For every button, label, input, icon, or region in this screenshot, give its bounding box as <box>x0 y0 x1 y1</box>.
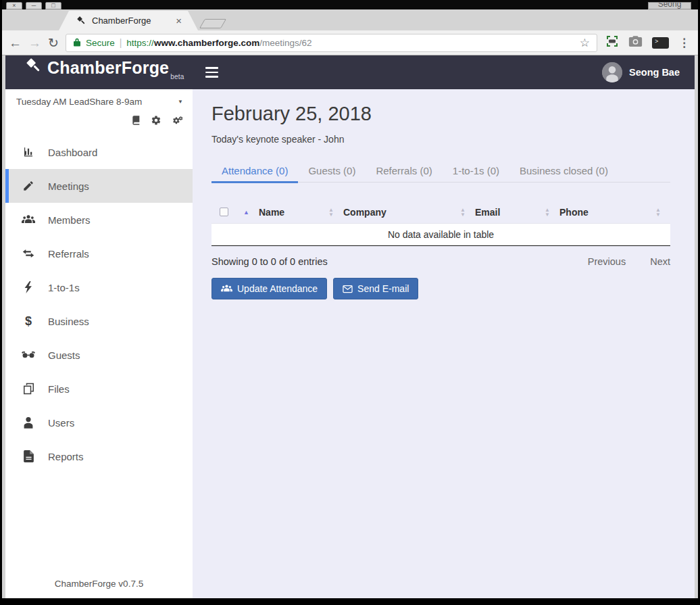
sidebar-item-business[interactable]: $ Business <box>5 304 193 338</box>
window-close-button[interactable]: × <box>6 2 22 9</box>
tab-business-closed[interactable]: Business closed (0) <box>509 161 618 183</box>
hamburger-menu-icon[interactable] <box>205 67 218 78</box>
dollar-icon: $ <box>9 314 48 329</box>
sidebar-item-label: 1-to-1s <box>48 282 80 293</box>
sidebar-item-label: Dashboard <box>48 147 97 158</box>
select-all-checkbox[interactable] <box>220 208 228 216</box>
column-select-all: ▲ <box>211 208 259 216</box>
sort-arrows-icon: ▲▼ <box>328 208 334 217</box>
cogs-icon[interactable] <box>171 115 183 126</box>
sidebar-item-reports[interactable]: Reports <box>5 439 193 473</box>
chevron-down-icon: ▼ <box>178 99 183 105</box>
document-icon <box>9 450 48 462</box>
sidebar-item-label: Guests <box>48 349 80 361</box>
url-text: https://www.chamberforge.com/meetings/62 <box>126 38 311 48</box>
new-tab-button[interactable] <box>199 19 226 28</box>
pagination: Previous Next <box>588 256 670 267</box>
sidebar-item-members[interactable]: Members <box>5 203 193 237</box>
user-name: Seong Bae <box>629 67 680 78</box>
extension-icons: > ⋮ <box>604 34 691 51</box>
tab-guests[interactable]: Guests (0) <box>298 161 366 183</box>
url-divider: | <box>120 37 122 48</box>
back-icon[interactable]: ← <box>9 37 22 49</box>
sidebar-item-label: Members <box>48 214 91 226</box>
user-icon <box>9 416 48 429</box>
terminal-extension-icon[interactable]: > <box>652 37 669 49</box>
meeting-selector-label: Tuesday AM LeadShare 8-9am <box>16 97 142 107</box>
sidebar-item-label: Meetings <box>48 180 89 192</box>
window-controls: × ─ □ <box>6 2 61 9</box>
envelope-icon <box>343 285 353 293</box>
brand-name: ChamberForgebeta <box>47 57 184 87</box>
browser-menu-icon[interactable]: ⋮ <box>678 36 690 50</box>
copy-files-icon <box>9 383 48 395</box>
app-version: ChamberForge v0.7.5 <box>5 579 193 589</box>
tab-referrals[interactable]: Referrals (0) <box>366 161 442 183</box>
url-bar[interactable]: Secure | https://www.chamberforge.com/me… <box>66 34 597 52</box>
screenshot-stage: × ─ □ Seong ChamberForge <box>0 0 700 605</box>
sidebar-item-meetings[interactable]: Meetings <box>5 169 193 203</box>
pagination-previous[interactable]: Previous <box>588 256 626 267</box>
browser-tab[interactable]: ChamberForge × <box>59 11 198 30</box>
sidebar-tools <box>5 107 193 130</box>
sidebar-item-label: Reports <box>48 451 84 462</box>
main-content: February 25, 2018 Today's keynote speake… <box>193 89 695 598</box>
exchange-arrows-icon <box>9 248 48 259</box>
glasses-icon <box>9 351 48 359</box>
pagination-next[interactable]: Next <box>650 256 670 267</box>
browser-window: × ─ □ Seong ChamberForge <box>2 0 698 598</box>
update-attendance-button[interactable]: Update Attendance <box>211 278 327 299</box>
screenshot-extension-icon[interactable] <box>605 34 619 51</box>
send-email-button[interactable]: Send E-mail <box>333 278 418 299</box>
users-icon <box>9 214 48 226</box>
sort-asc-icon[interactable]: ▲ <box>243 209 249 216</box>
sidebar-item-label: Business <box>48 316 89 327</box>
tab-attendance[interactable]: Attendance (0) <box>211 161 298 183</box>
sidebar-item-referrals[interactable]: Referrals <box>5 237 193 270</box>
sidebar-item-files[interactable]: Files <box>5 372 193 406</box>
chamberforge-app: ChamberForgebeta Seong Bae <box>5 55 695 598</box>
column-company[interactable]: Company ▲▼ <box>343 207 475 218</box>
gear-icon[interactable] <box>151 115 161 126</box>
table-footer: Showing 0 to 0 of 0 entries Previous Nex… <box>211 256 670 267</box>
meeting-tabs: Attendance (0) Guests (0) Referrals (0) … <box>211 161 670 183</box>
tab-1to1s[interactable]: 1-to-1s (0) <box>443 161 509 183</box>
sidebar-item-users[interactable]: Users <box>5 406 193 439</box>
window-maximize-button[interactable]: □ <box>45 2 61 9</box>
sidebar-item-dashboard[interactable]: Dashboard <box>5 135 193 169</box>
window-title-fragment: Seong <box>648 2 691 9</box>
sidebar-item-label: Users <box>48 417 74 429</box>
lightning-bolt-icon <box>9 281 48 293</box>
sidebar-item-label: Files <box>48 383 70 395</box>
column-name[interactable]: Name ▲▼ <box>259 207 343 218</box>
column-phone[interactable]: Phone ▲▼ <box>559 207 670 218</box>
window-minimize-button[interactable]: ─ <box>26 2 42 9</box>
page-title: February 25, 2018 <box>211 103 670 125</box>
camera-extension-icon[interactable] <box>628 35 643 50</box>
meeting-selector[interactable]: Tuesday AM LeadShare 8-9am ▼ <box>5 89 193 107</box>
app-body: Tuesday AM LeadShare 8-9am ▼ <box>5 89 695 598</box>
user-menu[interactable]: Seong Bae <box>602 62 695 82</box>
lock-icon <box>73 37 81 49</box>
pencil-icon <box>9 180 48 192</box>
gavel-logo-icon <box>26 57 42 76</box>
sidebar-item-label: Referrals <box>48 248 89 260</box>
sidebar-item-guests[interactable]: Guests <box>5 338 193 372</box>
sort-arrows-icon: ▲▼ <box>545 208 550 217</box>
sort-arrows-icon: ▲▼ <box>655 208 661 217</box>
tab-title: ChamberForge <box>92 16 170 26</box>
users-icon <box>221 284 232 293</box>
notebook-icon[interactable] <box>130 115 141 126</box>
bookmark-star-icon[interactable]: ☆ <box>580 36 590 50</box>
brand[interactable]: ChamberForgebeta <box>5 57 193 87</box>
action-buttons: Update Attendance Send E-mail <box>211 278 670 299</box>
column-email[interactable]: Email ▲▼ <box>475 207 559 218</box>
forward-icon[interactable]: → <box>28 37 41 49</box>
app-header: ChamberForgebeta Seong Bae <box>5 55 695 89</box>
secure-label: Secure <box>86 38 115 48</box>
os-titlebar: × ─ □ Seong <box>2 0 698 9</box>
reload-icon[interactable]: ↻ <box>48 37 59 49</box>
browser-toolbar: ← → ↻ Secure | https://www.chamberforge.… <box>2 30 698 55</box>
sidebar-item-1to1s[interactable]: 1-to-1s <box>5 270 193 304</box>
tab-close-icon[interactable]: × <box>176 16 182 26</box>
